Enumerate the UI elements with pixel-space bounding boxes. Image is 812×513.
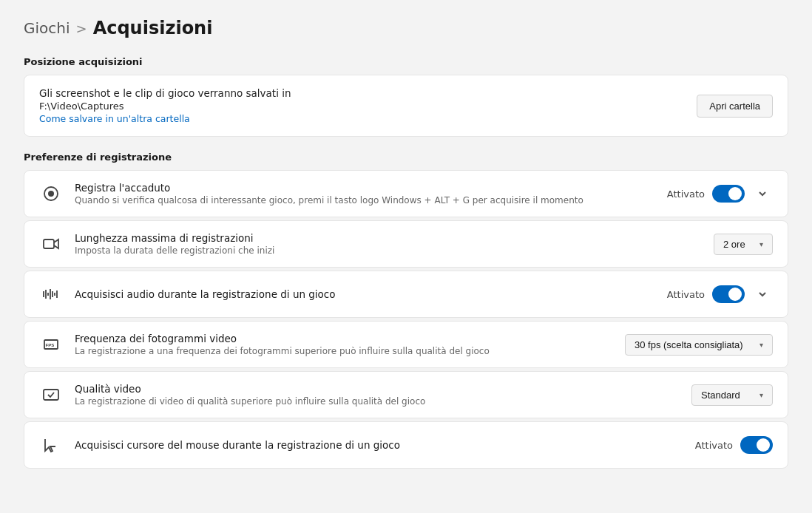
pref-control-quality: Standard ▾ xyxy=(691,384,773,406)
record-icon xyxy=(39,182,63,205)
svg-rect-2 xyxy=(44,239,54,248)
pref-control-cursor: Attivato xyxy=(695,436,773,454)
pref-control-fps: 30 fps (scelta consigliata) ▾ xyxy=(625,334,773,356)
location-description: Gli screenshot e le clip di gioco verran… xyxy=(39,87,291,99)
pref-label-audio: Acquisisci audio durante la registrazion… xyxy=(75,288,655,300)
pref-control-lunghezza: 2 ore ▾ xyxy=(714,234,773,255)
pref-control-registra-accaduto: Attivato xyxy=(667,183,773,204)
pref-label-quality: Qualità video xyxy=(75,383,680,395)
dropdown-quality[interactable]: Standard ▾ xyxy=(691,384,773,406)
pref-control-audio: Attivato xyxy=(667,284,773,305)
toggle-label-audio: Attivato xyxy=(667,289,705,300)
open-folder-button[interactable]: Apri cartella xyxy=(697,95,773,118)
pref-label-lunghezza: Lunghezza massima di registrazioni xyxy=(75,232,702,244)
prefs-section-title: Preferenze di registrazione xyxy=(24,152,788,163)
fps-icon: FPS xyxy=(39,333,63,356)
location-link[interactable]: Come salvare in un'altra cartella xyxy=(39,113,291,124)
pref-text-audio: Acquisisci audio durante la registrazion… xyxy=(75,288,655,300)
pref-label-registra-accaduto: Registra l'accaduto xyxy=(75,182,655,194)
location-path: F:\Video\Captures xyxy=(39,101,291,112)
svg-text:FPS: FPS xyxy=(46,343,55,347)
chevron-audio[interactable] xyxy=(752,284,773,305)
dropdown-lunghezza-value: 2 ore xyxy=(723,239,745,250)
quality-icon xyxy=(39,383,63,407)
pref-text-quality: Qualità video La registrazione di video … xyxy=(75,383,680,407)
breadcrumb: Giochi > Acquisizioni xyxy=(24,18,788,38)
location-text-block: Gli screenshot e le clip di gioco verran… xyxy=(39,87,291,124)
dropdown-quality-value: Standard xyxy=(701,390,740,401)
audio-icon xyxy=(39,282,63,306)
pref-row-lunghezza: Lunghezza massima di registrazioni Impos… xyxy=(24,220,788,268)
toggle-label-registra-accaduto: Attivato xyxy=(667,188,705,200)
location-card: Gli screenshot e le clip di gioco verran… xyxy=(24,75,788,137)
pref-row-registra-accaduto: Registra l'accaduto Quando si verifica q… xyxy=(24,170,788,217)
toggle-cursor[interactable] xyxy=(740,436,773,454)
dropdown-quality-arrow: ▾ xyxy=(759,391,763,399)
pref-desc-quality: La registrazione di video di qualità sup… xyxy=(75,396,680,407)
breadcrumb-separator: > xyxy=(76,21,87,36)
pref-row-cursor: Acquisisci cursore del mouse durante la … xyxy=(24,421,788,469)
prefs-section: Preferenze di registrazione Registra l'a… xyxy=(24,152,788,469)
pref-row-fps: FPS Frequenza dei fotogrammi video La re… xyxy=(24,321,788,368)
pref-label-fps: Frequenza dei fotogrammi video xyxy=(75,333,613,344)
pref-text-fps: Frequenza dei fotogrammi video La regist… xyxy=(75,333,613,356)
cursor-icon xyxy=(39,433,63,457)
toggle-label-cursor: Attivato xyxy=(695,440,733,451)
pref-desc-registra-accaduto: Quando si verifica qualcosa di interessa… xyxy=(75,195,655,205)
breadcrumb-parent[interactable]: Giochi xyxy=(24,19,70,37)
pref-text-cursor: Acquisisci cursore del mouse durante la … xyxy=(75,439,683,451)
dropdown-fps[interactable]: 30 fps (scelta consigliata) ▾ xyxy=(625,334,773,356)
pref-row-quality: Qualità video La registrazione di video … xyxy=(24,371,788,418)
dropdown-fps-value: 30 fps (scelta consigliata) xyxy=(635,339,743,350)
pref-text-registra-accaduto: Registra l'accaduto Quando si verifica q… xyxy=(75,182,655,205)
toggle-audio[interactable] xyxy=(712,285,745,303)
video-icon xyxy=(39,232,63,256)
dropdown-lunghezza[interactable]: 2 ore ▾ xyxy=(714,234,773,255)
dropdown-fps-arrow: ▾ xyxy=(759,341,763,349)
pref-desc-fps: La registrazione a una frequenza dei fot… xyxy=(75,346,613,356)
pref-text-lunghezza: Lunghezza massima di registrazioni Impos… xyxy=(75,232,702,256)
toggle-registra-accaduto[interactable] xyxy=(712,185,745,203)
breadcrumb-current: Acquisizioni xyxy=(93,18,213,38)
pref-desc-lunghezza: Imposta la durata delle registrazioni ch… xyxy=(75,245,702,256)
chevron-registra-accaduto[interactable] xyxy=(752,183,773,204)
dropdown-lunghezza-arrow: ▾ xyxy=(759,240,763,248)
pref-label-cursor: Acquisisci cursore del mouse durante la … xyxy=(75,439,683,451)
svg-point-1 xyxy=(48,191,54,197)
pref-row-audio: Acquisisci audio durante la registrazion… xyxy=(24,271,788,318)
svg-rect-12 xyxy=(44,390,58,400)
location-section-title: Posizione acquisizioni xyxy=(24,56,788,67)
